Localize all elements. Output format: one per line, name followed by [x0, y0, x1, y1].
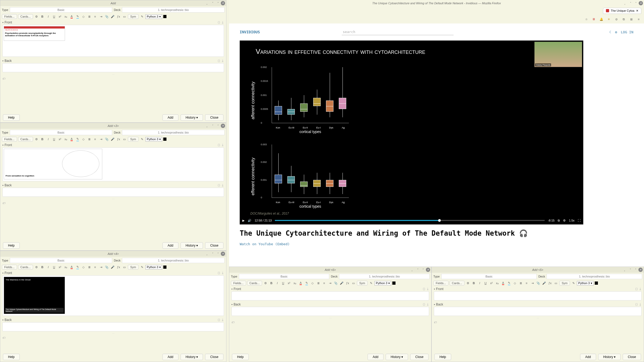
collapse-icon[interactable]: ▾ [2, 272, 3, 274]
pin-icon[interactable]: ⤓ [639, 287, 642, 291]
down-icon[interactable]: ˅ [210, 1, 214, 5]
history-button[interactable]: History ▾ [386, 354, 408, 360]
pin-icon[interactable]: ⤓ [221, 318, 224, 322]
highlight2-icon[interactable]: ✎ [140, 265, 144, 270]
superscript-icon[interactable]: x² [58, 265, 62, 270]
help-button[interactable]: Help [3, 242, 20, 249]
subscript-icon[interactable]: x₂ [63, 137, 68, 142]
gear-icon[interactable]: ⚙ [34, 265, 39, 270]
cloze-icon[interactable]: ▭ [351, 281, 356, 285]
add-button[interactable]: Add [162, 242, 178, 249]
theme-icon[interactable]: ☾ [609, 30, 611, 34]
collapse-icon[interactable]: ▾ [2, 184, 3, 187]
history-button[interactable]: History ▾ [181, 114, 203, 121]
type-select[interactable]: Basic [10, 7, 112, 13]
highlight-icon[interactable]: ✎ [75, 137, 80, 142]
help-button[interactable]: Help [3, 114, 20, 121]
close-icon[interactable]: ✕ [221, 252, 225, 256]
collapse-icon[interactable]: ▾ [2, 21, 3, 24]
superscript-icon[interactable]: x² [489, 281, 494, 285]
progress-bar[interactable] [275, 220, 545, 221]
collapse-icon[interactable]: ▾ [434, 303, 435, 306]
code-color-swatch[interactable] [392, 281, 396, 285]
code-icon[interactable]: ⟨⟩ [218, 59, 220, 63]
window-titlebar[interactable]: Add <5> ˬ ˅ ˄ ✕ [432, 267, 644, 273]
up-icon[interactable]: ˄ [215, 252, 220, 256]
sym-button[interactable]: Sym [128, 137, 138, 142]
code-color-swatch[interactable] [595, 281, 598, 285]
sym-button[interactable]: Sym [128, 265, 138, 270]
deck-select[interactable]: 1. technoprosthesis::bio [547, 274, 642, 279]
ul-icon[interactable]: ≣ [87, 265, 92, 270]
play-icon[interactable]: ▶ [242, 219, 244, 222]
ol-icon[interactable]: ≡ [93, 14, 97, 19]
sun-icon[interactable]: ☀ [607, 17, 611, 21]
fields-button[interactable]: Fields... [2, 265, 17, 270]
pip-icon[interactable]: ⧉ [558, 219, 560, 222]
mic-icon[interactable]: 🎤 [110, 137, 115, 142]
collapse-icon[interactable]: ▾ [2, 144, 3, 146]
pin-icon[interactable]: ⤓ [639, 303, 642, 306]
field-editor[interactable] [2, 63, 224, 72]
italic-icon[interactable]: I [477, 281, 482, 285]
code-icon[interactable]: ⟨⟩ [423, 287, 425, 291]
attachment-icon[interactable]: 📎 [104, 14, 109, 19]
text-color-icon[interactable]: A [69, 265, 74, 270]
gear-icon[interactable]: ⚙ [34, 137, 39, 142]
bold-icon[interactable]: B [40, 265, 45, 270]
pin-icon[interactable]: ⤓ [221, 143, 224, 147]
fx-icon[interactable]: ƒx [116, 137, 121, 142]
collapse-icon[interactable]: ▾ [2, 319, 3, 321]
cards-button[interactable]: Cards... [450, 281, 465, 285]
roll-icon[interactable]: ˬ [205, 1, 209, 5]
field-editor[interactable] [2, 188, 224, 197]
resize-handle[interactable]: ⋯ [0, 332, 226, 335]
type-select[interactable]: Basic [239, 274, 329, 279]
eraser-icon[interactable]: ◇ [81, 14, 86, 19]
code-icon[interactable]: ⟨⟩ [635, 287, 638, 291]
mic-icon[interactable]: 🎤 [542, 281, 547, 285]
fields-button[interactable]: Fields... [2, 14, 17, 19]
underline-icon[interactable]: U [52, 137, 56, 142]
up-icon[interactable]: ˄ [421, 268, 425, 272]
type-select[interactable]: Basic [441, 274, 537, 279]
deck-select[interactable]: 1. technoprosthesis::bio [122, 7, 225, 13]
cards-button[interactable]: Cards... [18, 137, 33, 142]
mic-icon[interactable]: 🎤 [110, 14, 115, 19]
tab-close-icon[interactable]: ✕ [636, 9, 638, 13]
fullscreen-icon[interactable]: ⛶ [578, 219, 581, 222]
eraser-icon[interactable]: ◇ [81, 137, 86, 142]
maximize-down-icon[interactable]: ˅ [628, 1, 632, 5]
highlight-icon[interactable]: ✎ [75, 14, 80, 19]
italic-icon[interactable]: I [46, 265, 51, 270]
field-editor[interactable] [434, 307, 642, 316]
tags-field[interactable]: 🏷 [229, 320, 431, 325]
cloze-icon[interactable]: ▭ [122, 137, 127, 142]
up-icon[interactable]: ˄ [215, 1, 220, 5]
search-input[interactable]: search [342, 29, 454, 35]
attachment-icon[interactable]: 📎 [104, 137, 109, 142]
extensions-icon[interactable]: ⊞ [629, 17, 633, 21]
close-button[interactable]: Close [205, 114, 223, 121]
superscript-icon[interactable]: x² [287, 281, 291, 285]
highlight2-icon[interactable]: ✎ [140, 14, 144, 19]
history-button[interactable]: History ▾ [181, 354, 203, 360]
field-editor[interactable] [231, 291, 429, 300]
cards-button[interactable]: Cards... [247, 281, 262, 285]
ul-icon[interactable]: ≣ [316, 281, 321, 285]
subscript-icon[interactable]: x₂ [292, 281, 297, 285]
code-color-swatch[interactable] [163, 138, 166, 141]
ul-icon[interactable]: ≣ [87, 137, 92, 142]
deck-select[interactable]: 1. technoprosthesis::bio [122, 130, 225, 135]
pin-icon[interactable]: ⤓ [221, 21, 224, 24]
attachment-icon[interactable]: 📎 [104, 265, 109, 270]
fields-button[interactable]: Fields... [2, 137, 17, 142]
bold-icon[interactable]: B [269, 281, 274, 285]
pin-icon[interactable]: ⤓ [221, 183, 224, 187]
indent-icon[interactable]: ⇥ [99, 137, 103, 142]
mic-icon[interactable]: 🎤 [110, 265, 115, 270]
login-link[interactable]: LOG IN [621, 30, 633, 34]
eraser-icon[interactable]: ◇ [512, 281, 517, 285]
cloze-icon[interactable]: ▭ [553, 281, 558, 285]
roll-icon[interactable]: ˬ [205, 124, 209, 128]
